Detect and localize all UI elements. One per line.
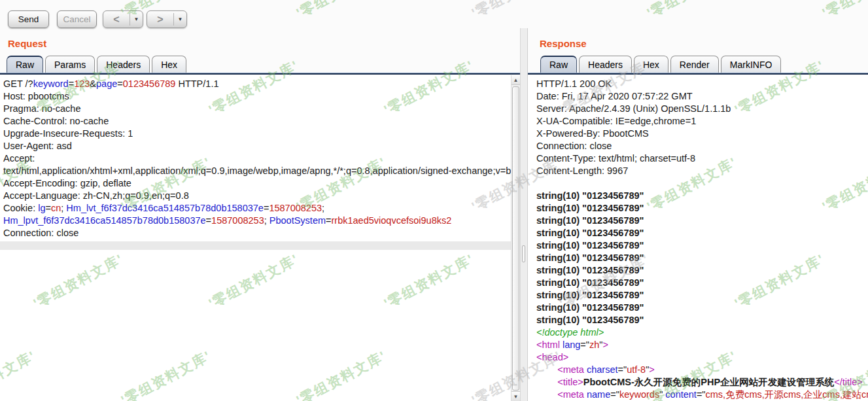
code-line: <meta name="keywords" content="cms,免费cms…	[536, 389, 868, 401]
history-back-dropdown-icon[interactable]: ▼	[130, 11, 143, 27]
code-line: string(10) "0123456789"	[536, 202, 868, 215]
code-line: Cookie: lg=cn; Hm_lvt_f6f37dc3416ca51485…	[3, 202, 511, 215]
tab-headers[interactable]: Headers	[97, 56, 150, 73]
code-line: Host: pbootcms	[3, 90, 511, 103]
code-line: string(10) "0123456789"	[536, 289, 868, 302]
code-line: Content-Length: 9967	[536, 165, 868, 177]
code-line	[536, 177, 868, 190]
code-line: string(10) "0123456789"	[536, 264, 868, 277]
code-line: string(10) "0123456789"	[536, 215, 868, 227]
tab-hex[interactable]: Hex	[152, 56, 186, 73]
code-line: X-UA-Compatible: IE=edge,chrome=1	[536, 115, 868, 128]
code-line: GET /?keyword=123&page=0123456789 HTTP/1…	[3, 78, 511, 90]
code-line: <head>	[536, 351, 868, 364]
response-panel-title: Response	[540, 38, 587, 49]
code-line: X-Powered-By: PbootCMS	[536, 128, 868, 140]
code-line: <meta charset="utf-8">	[536, 364, 868, 376]
code-line: Upgrade-Insecure-Requests: 1	[3, 128, 511, 140]
code-line: string(10) "0123456789"	[536, 302, 868, 314]
tab-hex[interactable]: Hex	[634, 56, 668, 73]
code-line: Connection: close	[536, 140, 868, 152]
request-editor[interactable]: GET /?keyword=123&page=0123456789 HTTP/1…	[0, 75, 511, 401]
selection-band	[0, 241, 511, 250]
send-button[interactable]: Send	[8, 10, 49, 28]
code-line: string(10) "0123456789"	[536, 252, 868, 264]
code-line: string(10) "0123456789"	[536, 314, 868, 326]
code-line: string(10) "0123456789"	[536, 239, 868, 252]
code-line: Connection: close	[3, 227, 511, 239]
tab-raw[interactable]: Raw	[7, 56, 43, 73]
tab-underline	[528, 73, 868, 75]
tab-markinfo[interactable]: MarkINFO	[721, 56, 782, 73]
code-line: <html lang="zh">	[536, 339, 868, 351]
history-back-button[interactable]: <	[103, 11, 130, 27]
tab-render[interactable]: Render	[670, 56, 719, 73]
scroll-down-icon[interactable]: ▼	[512, 391, 520, 401]
response-tabs: RawHeadersHexRenderMarkINFO	[540, 55, 783, 73]
tab-params[interactable]: Params	[45, 56, 95, 73]
split-pane-divider[interactable]	[520, 28, 528, 401]
scrollbar-thumb[interactable]	[512, 86, 519, 391]
code-line: <title>PbootCMS-永久开源免费的PHP企业网站开发建设管理系统</…	[536, 376, 868, 389]
request-panel: Request RawParamsHeadersHex GET /?keywor…	[0, 33, 520, 401]
code-line: HTTP/1.1 200 OK	[536, 78, 868, 90]
history-forward-button[interactable]: >	[147, 11, 173, 27]
history-forward-dropdown-icon[interactable]: ▼	[174, 11, 186, 27]
tab-headers[interactable]: Headers	[579, 56, 632, 73]
request-tabs: RawParamsHeadersHex	[7, 55, 188, 73]
code-line: string(10) "0123456789"	[536, 190, 868, 202]
code-line: Server: Apache/2.4.39 (Unix) OpenSSL/1.1…	[536, 103, 868, 115]
request-panel-title: Request	[8, 38, 46, 49]
tab-underline	[0, 73, 520, 75]
history-forward-split-button: > ▼	[147, 10, 187, 28]
response-viewer[interactable]: HTTP/1.1 200 OKDate: Fri, 17 Apr 2020 07…	[528, 75, 868, 401]
history-back-split-button: < ▼	[103, 10, 143, 28]
cancel-button[interactable]: Cancel	[57, 10, 97, 28]
request-scrollbar[interactable]: ▲ ▼	[511, 75, 520, 401]
code-line: string(10) "0123456789"	[536, 227, 868, 239]
code-line: Hm_lpvt_f6f37dc3416ca514857b78d0b158037e…	[3, 215, 511, 227]
code-line: Pragma: no-cache	[3, 103, 511, 115]
code-line: Accept-Language: zh-CN,zh;q=0.9,en;q=0.8	[3, 190, 511, 202]
code-line: <!doctype html>	[536, 326, 868, 339]
code-line: Accept:	[3, 152, 511, 165]
code-line: User-Agent: asd	[3, 140, 511, 152]
code-line: Cache-Control: no-cache	[3, 115, 511, 128]
code-line: string(10) "0123456789"	[536, 277, 868, 289]
code-line: Date: Fri, 17 Apr 2020 07:57:22 GMT	[536, 90, 868, 103]
code-line: text/html,application/xhtml+xml,applicat…	[3, 165, 511, 177]
scroll-up-icon[interactable]: ▲	[512, 75, 520, 85]
code-line: Content-Type: text/html; charset=utf-8	[536, 152, 868, 165]
response-panel: Response RawHeadersHexRenderMarkINFO HTT…	[528, 33, 868, 401]
divider-grip[interactable]	[522, 245, 525, 262]
repeater-toolbar: Send Cancel < ▼ > ▼	[0, 0, 868, 33]
code-line: Accept-Encoding: gzip, deflate	[3, 177, 511, 190]
tab-raw[interactable]: Raw	[540, 56, 577, 73]
